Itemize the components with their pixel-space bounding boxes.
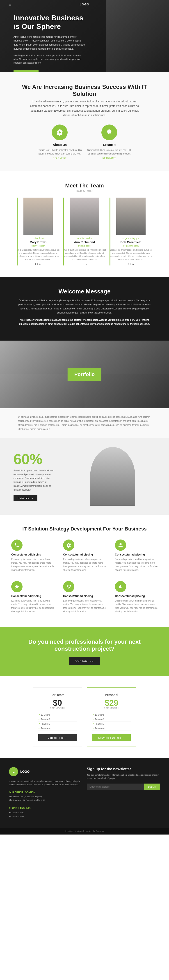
hero-read-more-button[interactable]: READ MORE [14, 70, 38, 72]
strategy-item-desc-3: Euismod quis viverra nibh cras pulvinar … [11, 599, 54, 614]
welcome-body1: Amet luctus venenatis lectus magna fring… [18, 299, 151, 315]
contacts-left: L LOGO Use our contact form for all info… [9, 767, 82, 819]
strategy-item-desc-2: Euismod quis viverra nibh cras pulvinar … [115, 558, 158, 572]
strategy-icon-2 [115, 539, 126, 551]
strategy-item-title-5: Consectetur adipiscing [115, 595, 158, 598]
pricing-per-personal: PER MONTH [92, 707, 131, 710]
sixty-section: 60% Praesidio dui porta cras bibendum lo… [0, 438, 169, 515]
instagram-icon[interactable]: in [85, 263, 87, 266]
office-label: OUR OFFICE LOCATION [9, 791, 35, 794]
pricing-price-team: $0 [38, 699, 77, 707]
cards-row: About Us Sample text. Click to select th… [14, 124, 155, 160]
pricing-per-team: PER MONTH [38, 707, 77, 710]
about-us-read-more[interactable]: READ MORE [53, 157, 67, 159]
star-icon [14, 584, 20, 589]
welcome-title: Welcome Message [18, 288, 151, 295]
strategy-item-1: Consectetur adipiscing Euismod quis vive… [61, 537, 108, 574]
pricing-feature-personal-0: 10 Users [92, 713, 131, 717]
team-social-mary: f t in [17, 263, 60, 266]
gear-icon [66, 542, 71, 548]
team-photo-bob [116, 197, 145, 235]
strategy-item-desc-0: Euismod quis viverra nibh cras pulvinar … [11, 558, 54, 572]
contacts-logo-row: L LOGO [9, 767, 82, 776]
strategy-item-title-3: Consectetur adipiscing [11, 595, 54, 598]
facebook-icon[interactable]: f [82, 263, 82, 266]
sixty-left: 60% Praesidio dui porta cras bibendum lo… [14, 452, 63, 501]
strategy-icon-3 [11, 581, 22, 592]
strategy-item-title-0: Consectetur adipiscing [11, 553, 54, 556]
hamburger-icon[interactable]: ≡ [9, 3, 11, 8]
phone1: +012 3456 7891 [9, 811, 82, 815]
about-us-title: About Us [37, 143, 82, 146]
facebook-icon[interactable]: f [128, 263, 129, 266]
about-us-desc: Sample text. Click to select the text bo… [37, 148, 82, 156]
strategy-item-title-2: Consectetur adipiscing [115, 553, 158, 556]
contacts-info: OUR OFFICE LOCATION The Interior Design … [9, 790, 82, 819]
sixty-number: 60% [14, 452, 63, 466]
newsletter-email-input[interactable] [87, 784, 144, 790]
strategy-icon-5 [115, 581, 126, 592]
person-icon [118, 542, 123, 548]
increasing-subtitle: Ut enim ad minim veniam, quis nostrud ex… [28, 99, 141, 118]
create-it-read-more[interactable]: READ MORE [103, 157, 116, 159]
settings-icon [56, 129, 63, 136]
strategy-icon-4 [63, 581, 74, 592]
team-social-bob: f t in [109, 263, 152, 266]
team-desc-ann: Quis aliquet arcu tristique sit. Fringil… [63, 248, 106, 261]
strategy-section: IT Solution Strategy Development For You… [0, 515, 169, 627]
team-image-credit: Image by Freepik [9, 190, 160, 192]
newsletter-row: SUBMIT [87, 784, 160, 790]
team-role2-ann: creative leader [63, 245, 106, 247]
team-role2-mary: creative leader [17, 245, 60, 247]
diamond-icon [66, 584, 71, 589]
cta-title: Do you need professionals for your next … [14, 638, 155, 652]
portfolio-section: Portfolio [0, 340, 169, 408]
pricing-section: For Team $0 PER MONTH 10 Users Feature 2… [0, 676, 169, 758]
cta-contact-button[interactable]: CONTACT US [69, 657, 100, 665]
portfolio-text-section: Ut enim ad minim veniam, quis nostrud ex… [0, 408, 169, 438]
pricing-feature-personal-2: Feature 3 [92, 722, 131, 726]
sixty-person-photo [90, 447, 135, 506]
about-us-icon-wrap [52, 124, 68, 140]
pricing-card-personal: Personal $29 PER MONTH 10 Users Feature … [87, 687, 136, 747]
team-name-ann: Ann Richmond [63, 240, 106, 244]
sixty-read-more-button[interactable]: READ MORE [14, 495, 37, 501]
team-desc-mary: Quis aliquet arcu tristique sit. Fringil… [17, 248, 60, 261]
pricing-features-team: 10 Users Feature 2 Feature 3 Feature 4 [38, 713, 77, 731]
pricing-btn-personal[interactable]: Download Details → [92, 734, 131, 741]
team-name-bob: Bob Greenfield [109, 240, 152, 244]
twitter-icon[interactable]: t [84, 263, 84, 266]
strategy-grid: Consectetur adipiscing Euismod quis vive… [9, 537, 160, 616]
pricing-btn-team[interactable]: Upload Free → [38, 734, 77, 741]
increasing-section: We Are Increasing Business Success With … [0, 72, 169, 171]
instagram-icon[interactable]: in [132, 263, 134, 266]
team-role-bob: programming guru [109, 237, 152, 240]
green-accent-bar [17, 197, 17, 266]
team-photo-mary [24, 197, 53, 235]
newsletter-submit-button[interactable]: SUBMIT [144, 784, 160, 790]
instagram-icon[interactable]: in [39, 263, 41, 266]
pricing-feature-team-1: Feature 2 [38, 717, 77, 722]
twitter-icon[interactable]: t [130, 263, 131, 266]
contacts-desc: Use our contact form for all information… [9, 780, 82, 787]
hero-title: Innovative Business is Our Sphere [14, 14, 85, 31]
pricing-price-personal: $29 [92, 699, 131, 707]
portfolio-title: Portfolio [74, 371, 95, 377]
pricing-feature-personal-1: Feature 2 [92, 717, 131, 722]
contacts-right: Sign up for the newsletter Join our news… [87, 767, 160, 819]
cta-section: Do you need professionals for your next … [0, 627, 169, 676]
sixty-right [70, 447, 155, 506]
strategy-item-0: Consectetur adipiscing Euismod quis vive… [9, 537, 56, 574]
twitter-icon[interactable]: t [37, 263, 38, 266]
green-accent-bar [63, 197, 64, 266]
newsletter-desc: Join our newsletter and get information … [87, 773, 160, 780]
facebook-icon[interactable]: f [35, 263, 36, 266]
strategy-icon-0 [11, 539, 22, 551]
strategy-item-5: Consectetur adipiscing Euismod quis vive… [113, 579, 160, 616]
chart-icon [118, 584, 123, 589]
card-about-us: About Us Sample text. Click to select th… [37, 124, 82, 160]
strategy-item-desc-4: Euismod quis viverra nibh cras pulvinar … [63, 599, 106, 614]
pricing-card-team: For Team $0 PER MONTH 10 Users Feature 2… [33, 687, 82, 747]
strategy-icon-1 [63, 539, 74, 551]
strategy-title: IT Solution Strategy Development For You… [9, 526, 160, 532]
